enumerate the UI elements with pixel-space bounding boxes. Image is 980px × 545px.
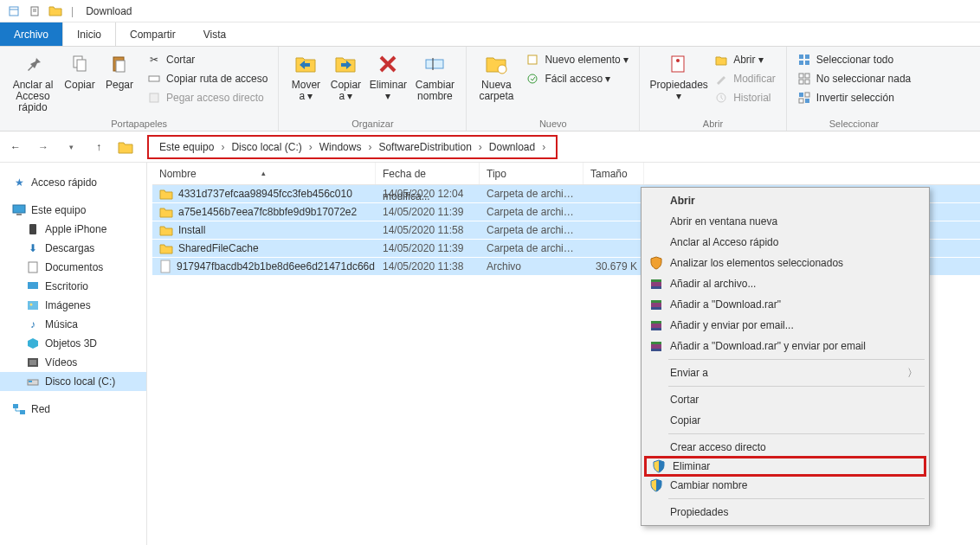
select-none-button[interactable]: No seleccionar nada [794,69,914,88]
select-all-button[interactable]: Seleccionar todo [794,50,914,69]
svg-rect-25 [799,80,803,84]
crumb-download[interactable]: Download [486,141,538,153]
breadcrumb[interactable]: Este equipo› Disco local (C:)› Windows› … [147,135,558,159]
pin-quick-access-button[interactable]: Anclar al Acceso rápido [7,50,59,113]
select-all-icon [797,53,811,67]
chevron-right-icon[interactable]: › [538,141,549,153]
sidebar-item-downloads[interactable]: ⬇Descargas [0,239,146,258]
cm-add-archive[interactable]: Añadir al archivo... [644,273,926,294]
tab-share[interactable]: Compartir [116,22,190,46]
properties-icon [667,52,691,76]
sidebar-item-documents[interactable]: Documentos [0,258,146,277]
new-item-button[interactable]: Nuevo elemento ▾ [522,50,632,69]
chevron-right-icon[interactable]: › [364,141,375,153]
sidebar-network[interactable]: Red [0,400,146,419]
history-icon [714,91,728,105]
svg-rect-19 [799,54,803,59]
cm-delete[interactable]: Eliminar [644,456,926,477]
svg-rect-31 [13,205,25,213]
crumb-sd[interactable]: SoftwareDistribution [375,141,474,153]
cm-open[interactable]: Abrir [644,190,926,211]
crumb-c[interactable]: Disco local (C:) [228,141,305,153]
sidebar-this-pc[interactable]: Este equipo [0,201,146,220]
cm-copy[interactable]: Copiar [644,410,926,431]
ribbon: Anclar al Acceso rápido Copiar Pegar ✂Co… [0,47,980,131]
tab-home[interactable]: Inicio [62,22,116,46]
svg-rect-10 [150,93,158,102]
sidebar-item-music[interactable]: ♪Música [0,315,146,334]
address-folder-icon[interactable] [118,140,133,154]
cm-add-download-rar-email[interactable]: Añadir a "Download.rar" y enviar por ema… [644,336,926,356]
sidebar-item-3d[interactable]: Objetos 3D [0,334,146,353]
move-to-button[interactable]: Mover a ▾ [286,50,326,102]
cm-add-email[interactable]: Añadir y enviar por email... [644,315,926,336]
cm-pin-quick[interactable]: Anclar al Acceso rápido [644,232,926,253]
svg-rect-30 [805,99,809,103]
col-date[interactable]: Fecha de modifica... [376,163,480,184]
tab-file[interactable]: Archivo [0,22,62,46]
svg-rect-20 [805,54,809,59]
crumb-windows[interactable]: Windows [316,141,365,153]
sidebar-item-videos[interactable]: Vídeos [0,353,146,372]
cell-name: Install [152,223,376,237]
cm-rename[interactable]: Cambiar nombre [644,475,926,496]
cm-open-new-window[interactable]: Abrir en ventana nueva [644,211,926,232]
svg-rect-28 [805,93,809,97]
copy-icon [68,52,92,76]
sidebar-item-diskc[interactable]: Disco local (C:) [0,372,146,391]
cut-button[interactable]: ✂Cortar [144,50,271,69]
cm-send-to[interactable]: Enviar a〉 [644,362,926,383]
copy-button[interactable]: Copiar [59,50,100,91]
sidebar-item-iphone[interactable]: Apple iPhone [0,220,146,239]
cm-analyze[interactable]: Analizar los elementos seleccionados [644,253,926,273]
qat-properties-icon[interactable] [28,4,42,18]
col-name[interactable]: ▴Nombre [152,163,376,184]
paste-button[interactable]: Pegar [100,50,139,91]
qat-folder-icon[interactable] [48,4,62,18]
sidebar-item-desktop[interactable]: Escritorio [0,277,146,296]
chevron-right-icon[interactable]: › [217,141,228,153]
cm-add-download-rar[interactable]: Añadir a "Download.rar" [644,294,926,315]
app-system-icon[interactable] [7,4,21,18]
col-type[interactable]: Tipo [480,163,583,184]
select-group-label: Seleccionar [794,117,914,129]
svg-rect-53 [651,328,661,330]
cm-create-shortcut[interactable]: Crear acceso directo [644,437,926,458]
cell-date: 14/05/2020 11:38 [376,260,480,272]
new-folder-button[interactable]: Nueva carpeta [474,50,519,102]
nav-recent-dropdown[interactable]: ▾ [62,138,80,156]
rename-button[interactable]: Cambiar nombre [410,50,459,102]
sort-caret-up-icon: ▴ [261,162,266,184]
chevron-right-icon: 〉 [907,366,918,381]
easy-access-button[interactable]: Fácil acceso ▾ [522,69,632,88]
chevron-right-icon[interactable]: › [306,141,316,153]
svg-rect-35 [28,282,38,289]
svg-rect-52 [651,321,661,324]
cell-type: Carpeta de archivos [480,224,583,236]
ribbon-tabs: Archivo Inicio Compartir Vista [0,22,980,47]
file-icon [159,260,171,273]
invert-selection-button[interactable]: Invertir selección [794,88,914,107]
edit-icon [714,72,728,86]
copy-to-button[interactable]: Copiar a ▾ [326,50,365,102]
chevron-right-icon[interactable]: › [475,141,486,153]
open-button[interactable]: Abrir ▾ [711,50,779,69]
qat-divider: | [66,5,79,17]
cm-separator [668,386,925,387]
cm-cut[interactable]: Cortar [644,389,926,410]
nav-up-button[interactable]: ↑ [90,138,107,156]
shield-defender-icon [648,255,664,271]
col-size[interactable]: Tamaño [583,163,644,184]
cm-properties[interactable]: Propiedades [644,502,926,523]
svg-point-15 [528,74,537,83]
copy-path-button[interactable]: Copiar ruta de acceso [144,69,271,88]
sidebar-quick-access[interactable]: ★Acceso rápido [0,173,146,192]
properties-button[interactable]: Propiedades ▾ [647,50,711,102]
cell-name: 917947fbacdb42b1be8d6ee6d21471dc66d... [152,260,376,273]
cell-name: SharedFileCache [152,241,376,255]
crumb-thispc[interactable]: Este equipo [156,141,217,153]
tab-view[interactable]: Vista [190,22,240,46]
nav-back-button[interactable]: ← [7,138,24,156]
delete-button[interactable]: Eliminar ▾ [365,50,410,102]
sidebar-item-images[interactable]: Imágenes [0,296,146,315]
